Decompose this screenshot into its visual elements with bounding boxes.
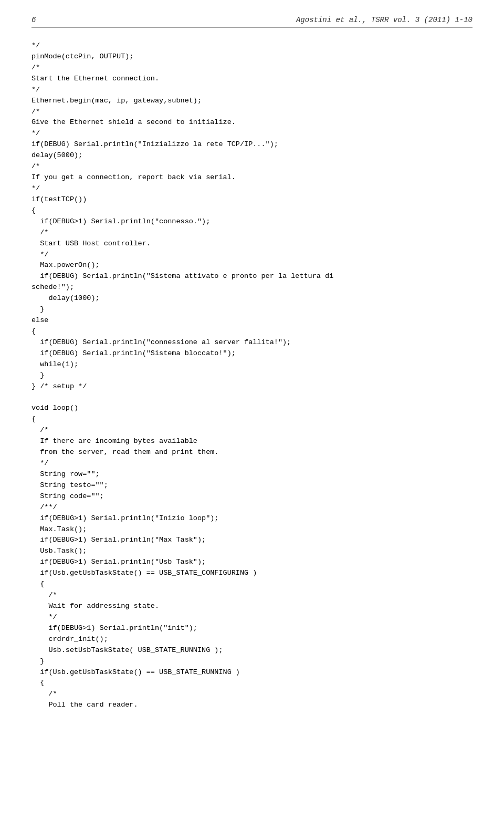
journal-info: Agostini et al., TSRR vol. 3 (2011) 1-10 <box>296 16 472 24</box>
page-container: 6 Agostini et al., TSRR vol. 3 (2011) 1-… <box>0 0 504 819</box>
page-header: 6 Agostini et al., TSRR vol. 3 (2011) 1-… <box>32 16 472 28</box>
code-block: */ pinMode(ctcPin, OUTPUT); /* Start the… <box>32 40 472 711</box>
page-number: 6 <box>32 16 36 24</box>
code-line: */ pinMode(ctcPin, OUTPUT); /* Start the… <box>32 42 333 709</box>
